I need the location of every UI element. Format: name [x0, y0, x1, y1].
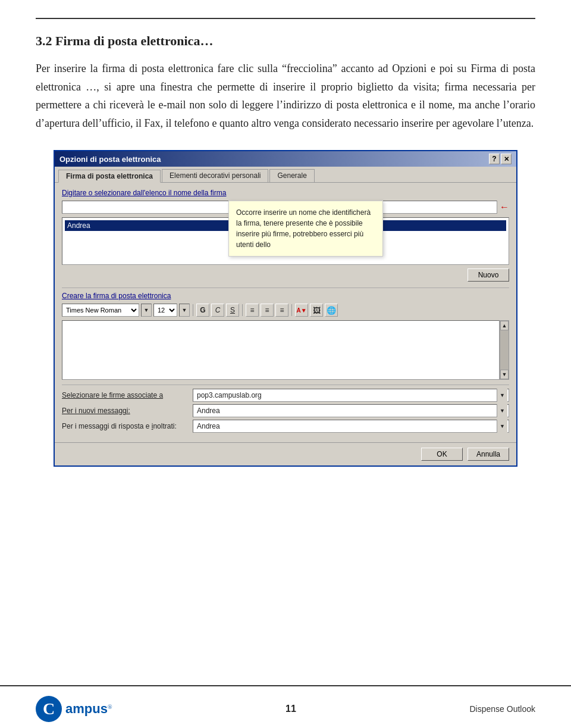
assoc-account-row: Selezionare le firme associate a pop3.ca…	[62, 389, 509, 402]
assoc-account-select[interactable]: pop3.campuslab.org ▼	[193, 389, 509, 402]
assoc-section: Selezionare le firme associate a pop3.ca…	[62, 389, 509, 433]
toolbar-separator-2	[242, 304, 243, 316]
toolbar-separator-1	[193, 304, 193, 316]
toolbar-separator-3	[291, 304, 292, 316]
assoc-account-arrow[interactable]: ▼	[497, 389, 507, 402]
dialog-content: Digitare o selezionare dall'elenco il no…	[55, 183, 516, 442]
dialog-wrapper: Opzioni di posta elettronica ? ✕ Firma d…	[54, 150, 517, 467]
reply-messages-row: Per i messaggi di risposta e inoltrati: …	[62, 420, 509, 433]
underline-button[interactable]: S	[226, 304, 239, 317]
size-dropdown-arrow[interactable]: ▼	[179, 304, 190, 317]
signature-editor[interactable]	[62, 320, 500, 380]
new-messages-arrow[interactable]: ▼	[497, 404, 507, 417]
dialog-footer: OK Annulla	[55, 442, 516, 465]
bottom-rule	[0, 685, 571, 686]
new-messages-label: Per i nuovi messaggi:	[62, 407, 193, 415]
tab-firma[interactable]: Firma di posta elettronica	[58, 170, 161, 183]
image-insert-button[interactable]: 🖼	[310, 304, 323, 317]
align-center-button[interactable]: ≡	[261, 304, 274, 317]
signature-name-input-wrapper: Digitare o selezionare dall'elenco il no…	[62, 189, 509, 197]
section-title: 3.2 Firma di posta elettronica…	[36, 33, 535, 49]
font-color-button[interactable]: A▼	[295, 304, 308, 317]
top-rule	[36, 18, 535, 19]
titlebar-buttons: ? ✕	[489, 154, 512, 164]
editor-scrollbar[interactable]: ▲ ▼	[500, 320, 509, 380]
new-button-row: Nuovo	[62, 268, 509, 282]
new-messages-row: Per i nuovi messaggi: Andrea ▼	[62, 404, 509, 417]
reply-messages-select[interactable]: Andrea ▼	[193, 420, 509, 433]
cancel-button[interactable]: Annulla	[468, 448, 509, 461]
assoc-account-label: Selezionare le firme associate a	[62, 391, 193, 399]
logo-area: C ampus®	[36, 696, 112, 722]
scroll-down-arrow[interactable]: ▼	[500, 370, 509, 379]
align-left-button[interactable]: ≡	[246, 304, 259, 317]
new-button[interactable]: Nuovo	[468, 268, 509, 282]
reply-messages-arrow[interactable]: ▼	[497, 420, 507, 433]
italic-button[interactable]: C	[211, 304, 224, 317]
dialog-title: Opzioni di posta elettronica	[59, 155, 161, 164]
signature-name-label[interactable]: Digitare o selezionare dall'elenco il no…	[62, 189, 226, 197]
new-messages-value: Andrea	[194, 407, 497, 415]
font-dropdown-arrow[interactable]: ▼	[141, 304, 152, 317]
dialog-titlebar: Opzioni di posta elettronica ? ✕	[55, 151, 516, 167]
tab-generale[interactable]: Generale	[269, 169, 314, 182]
assoc-account-value: pop3.campuslab.org	[194, 391, 497, 399]
body-text: Per inserire la firma di posta elettroni…	[36, 60, 535, 132]
bold-button[interactable]: G	[196, 304, 209, 317]
logo-trademark: ®	[108, 704, 112, 710]
logo-brand-text: ampus	[65, 701, 108, 716]
logo-brand: ampus®	[65, 701, 112, 717]
close-button[interactable]: ✕	[501, 154, 512, 164]
vcard-button[interactable]: 🌐	[325, 304, 338, 317]
red-arrow-icon: ←	[500, 202, 509, 213]
align-right-button[interactable]: ≡	[275, 304, 288, 317]
ok-button[interactable]: OK	[421, 448, 463, 461]
tooltip-box: Occorre inserire un nome che identifiche…	[228, 201, 383, 257]
signature-name-row: Digitare o selezionare dall'elenco il no…	[62, 189, 509, 197]
bottom-bar: C ampus® 11 Dispense Outlook	[0, 696, 571, 722]
tooltip-text: Occorre inserire un nome che identifiche…	[236, 208, 371, 249]
size-select[interactable]: 12	[153, 304, 177, 317]
signature-name-section: Digitare o selezionare dall'elenco il no…	[62, 189, 509, 265]
logo-c-icon: C	[36, 696, 62, 722]
editor-toolbar: Times New Roman ▼ 12 ▼ G C S ≡ ≡ ≡	[62, 304, 509, 317]
new-messages-select[interactable]: Andrea ▼	[193, 404, 509, 417]
create-signature-label[interactable]: Creare la firma di posta elettronica	[62, 292, 509, 300]
reply-messages-value: Andrea	[194, 422, 497, 430]
scroll-up-arrow[interactable]: ▲	[500, 321, 509, 330]
help-button[interactable]: ?	[489, 154, 500, 164]
logo-letter: C	[43, 699, 55, 718]
color-label: A	[296, 307, 300, 314]
reply-messages-label: Per i messaggi di risposta e inoltrati:	[62, 422, 193, 430]
footer-text: Dispense Outlook	[469, 704, 535, 714]
font-select[interactable]: Times New Roman	[62, 304, 139, 317]
tab-elementi[interactable]: Elementi decorativi personali	[162, 169, 268, 182]
email-options-dialog: Opzioni di posta elettronica ? ✕ Firma d…	[54, 150, 517, 467]
editor-area: ▲ ▼	[62, 320, 509, 380]
scroll-track	[500, 330, 509, 370]
page-number: 11	[286, 704, 296, 714]
dialog-tabs: Firma di posta elettronica Elementi deco…	[55, 167, 516, 183]
